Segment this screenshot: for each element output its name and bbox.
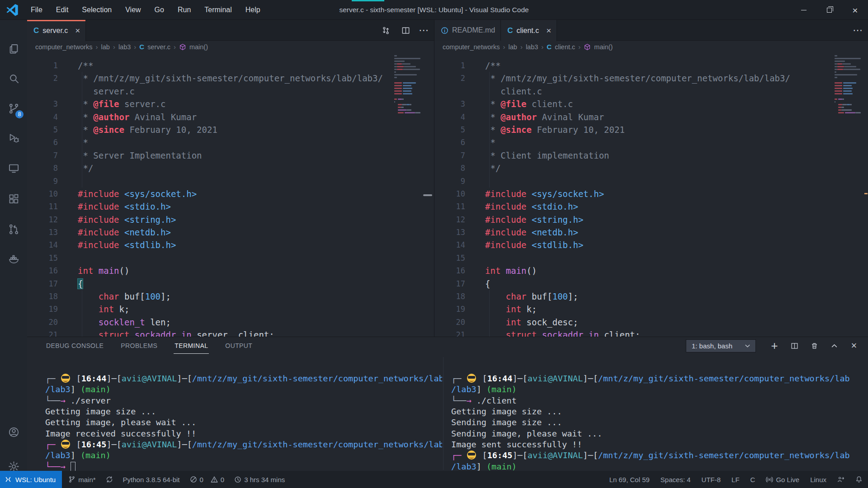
line-number: 9: [434, 175, 465, 188]
breadcrumb-left[interactable]: computer_networks›lab›lab3›Cserver.c›mai…: [27, 41, 434, 53]
compare-editor-icon[interactable]: [379, 23, 392, 37]
status-warnings: 0: [211, 476, 224, 483]
teal-progress-strip: [352, 0, 384, 1]
breadcrumb-separator: ›: [113, 43, 115, 51]
menu-go[interactable]: Go: [149, 4, 170, 16]
editor-group-left: Cserver.c×⋯ computer_networks›lab›lab3›C…: [27, 20, 434, 337]
menu-help[interactable]: Help: [240, 4, 266, 16]
split-editor-icon[interactable]: [399, 23, 412, 37]
breadcrumb-item[interactable]: lab3: [118, 43, 131, 51]
terminal-left[interactable]: ┌─ [16:44]─[avii@AVINAL]─[/mnt/z/my_git/…: [45, 354, 442, 471]
activity-run-debug[interactable]: [0, 125, 27, 150]
breadcrumb-item[interactable]: lab: [101, 43, 110, 51]
status-python-version[interactable]: Python 3.8.5 64-bit: [123, 476, 180, 483]
status-label: 0: [200, 476, 203, 483]
status-go-live[interactable]: Go Live: [766, 476, 799, 483]
line-number: 7: [434, 149, 465, 162]
terminal-selector-dropdown[interactable]: 1: bash, bash: [686, 339, 756, 352]
activity-docker[interactable]: [0, 246, 27, 272]
breadcrumb-item[interactable]: computer_networks: [35, 43, 93, 51]
breadcrumb-item[interactable]: client.c: [555, 43, 575, 51]
breadcrumb-right[interactable]: computer_networks›lab›lab3›Cclient.c›mai…: [434, 41, 868, 53]
terminal-right[interactable]: ┌─ [16:44]─[avii@AVINAL]─[/mnt/z/my_git/…: [451, 354, 865, 471]
code-line: 13#include <netdb.h>: [434, 226, 868, 239]
more-actions-icon[interactable]: ⋯: [419, 24, 429, 36]
activity-source-control[interactable]: 8: [0, 96, 27, 121]
editor-client[interactable]: 1/**2 * /mnt/z/my_git/sixth-semester/com…: [434, 53, 868, 337]
breadcrumb-item[interactable]: lab3: [526, 43, 538, 51]
c-file-icon: C: [33, 26, 39, 35]
activity-search[interactable]: [0, 66, 27, 91]
breadcrumb-item[interactable]: main(): [189, 43, 208, 51]
editor-scrollbar-thumb[interactable]: [423, 194, 432, 196]
panel-tab-debug-console[interactable]: DEBUG CONSOLE: [45, 338, 104, 353]
line-number: 19: [27, 303, 58, 315]
close-button[interactable]: ×: [842, 0, 868, 20]
remote-indicator[interactable]: WSL: Ubuntu: [0, 471, 62, 488]
tab-README-md[interactable]: README.md: [434, 20, 501, 41]
minimap-right[interactable]: [835, 55, 861, 115]
activity-pull-requests[interactable]: [0, 216, 27, 242]
line-number: 1: [434, 59, 465, 72]
status-feedback[interactable]: [837, 476, 844, 483]
editor-server[interactable]: 1/**2 * /mnt/z/my_git/sixth-semester/com…: [27, 53, 434, 337]
maximize-panel-button[interactable]: [826, 339, 842, 352]
breadcrumb-item[interactable]: main(): [594, 43, 613, 51]
panel-tab-terminal[interactable]: TERMINAL: [174, 338, 209, 354]
line-number: 18: [27, 290, 58, 303]
panel-tab-problems[interactable]: PROBLEMS: [120, 338, 158, 353]
terminal-line: └──→ ./client: [451, 395, 865, 406]
activity-extensions[interactable]: [0, 186, 27, 211]
status-notifications[interactable]: [855, 476, 863, 483]
status-eol[interactable]: LF: [731, 476, 740, 483]
panel-tab-output[interactable]: OUTPUT: [224, 338, 253, 353]
breadcrumb-item[interactable]: server.c: [147, 43, 170, 51]
terminal-split-sash[interactable]: [443, 357, 443, 470]
editor-split-sash[interactable]: [434, 20, 434, 337]
menu-edit[interactable]: Edit: [51, 4, 74, 16]
tab-client-c[interactable]: Cclient.c×: [501, 20, 557, 41]
status-time-tracker[interactable]: 3 hrs 34 mins: [234, 476, 285, 483]
menu-file[interactable]: File: [25, 4, 48, 16]
tab-label: README.md: [452, 26, 495, 34]
minimize-button[interactable]: [791, 0, 816, 20]
tab-server-c[interactable]: Cserver.c×: [27, 20, 86, 41]
window-title: server.c - sixth-semester [WSL: Ubuntu] …: [339, 6, 528, 14]
code-line: 11#include <stdio.h>: [27, 200, 434, 213]
activity-accounts[interactable]: [0, 419, 27, 445]
vscode-logo-icon: [5, 3, 19, 17]
status-branch[interactable]: main*: [68, 476, 95, 483]
split-terminal-button[interactable]: [787, 339, 802, 352]
menu-view[interactable]: View: [120, 4, 146, 16]
status-sync[interactable]: [106, 476, 113, 483]
code-line: 1/**: [434, 59, 868, 72]
activity-remote-explorer[interactable]: [0, 155, 27, 181]
editor-actions: ⋯: [379, 20, 429, 41]
broadcast-icon: [766, 476, 773, 483]
kill-terminal-button[interactable]: [807, 339, 822, 352]
status-cursor-position[interactable]: Ln 69, Col 59: [609, 476, 650, 483]
breadcrumb-item[interactable]: lab: [509, 43, 517, 51]
breadcrumb-item[interactable]: computer_networks: [443, 43, 500, 51]
status-encoding[interactable]: UTF-8: [702, 476, 721, 483]
status-os[interactable]: Linux: [810, 476, 826, 483]
new-terminal-button[interactable]: +: [767, 339, 782, 352]
menu-terminal[interactable]: Terminal: [199, 4, 237, 16]
status-indentation[interactable]: Spaces: 4: [660, 476, 691, 483]
code-line: 12#include <string.h>: [27, 213, 434, 226]
activity-explorer[interactable]: [0, 36, 27, 61]
menu-run[interactable]: Run: [172, 4, 196, 16]
close-panel-button[interactable]: ×: [846, 339, 862, 352]
tab-close-icon[interactable]: ×: [546, 26, 551, 35]
terminal-line: └──→ ./server: [45, 395, 442, 406]
line-number: 13: [434, 226, 465, 239]
problems-indicator[interactable]: 00: [190, 476, 225, 483]
code-line: 17{: [434, 277, 868, 290]
more-actions-icon[interactable]: ⋯: [853, 24, 863, 36]
restore-button[interactable]: [816, 0, 842, 20]
status-language-mode[interactable]: C: [750, 476, 755, 483]
activity-bar: 8: [0, 20, 27, 471]
minimap-left[interactable]: [394, 55, 420, 115]
menu-selection[interactable]: Selection: [76, 4, 117, 16]
tab-close-icon[interactable]: ×: [75, 26, 80, 35]
